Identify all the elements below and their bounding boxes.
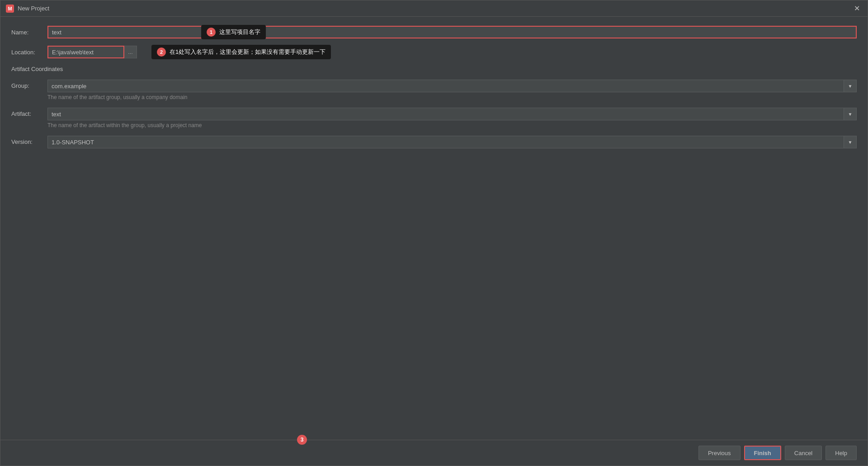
group-input[interactable] (47, 80, 844, 92)
artifact-row: Artifact: ▼ The name of the artifact wit… (11, 108, 857, 133)
help-button[interactable]: Help (826, 446, 857, 460)
badge-container: 3 (297, 435, 307, 445)
artifact-field-wrapper: ▼ The name of the artifact within the gr… (47, 108, 857, 133)
artifact-dropdown-button[interactable]: ▼ (844, 108, 857, 120)
location-tooltip-text: 在1处写入名字后，这里会更新；如果没有需要手动更新一下 (170, 48, 326, 56)
section-header: Artifact Coordinates (11, 66, 857, 72)
version-row: Version: ▼ (11, 136, 857, 148)
dialog-title: New Project (18, 5, 49, 12)
dialog-content: Name: 1 这里写项目名字 Location: … 2 在1处写入名字后，这… (0, 17, 868, 440)
app-icon: M (6, 5, 14, 13)
location-tooltip: 2 在1处写入名字后，这里会更新；如果没有需要手动更新一下 (151, 45, 331, 59)
title-bar-left: M New Project (6, 5, 49, 13)
version-label: Version: (11, 136, 47, 145)
artifact-hint: The name of the artifact within the grou… (47, 122, 857, 128)
finish-button[interactable]: Finish (744, 446, 781, 460)
name-tooltip: 1 这里写项目名字 (201, 25, 266, 39)
location-label: Location: (11, 49, 47, 56)
group-field-wrapper: ▼ The name of the artifact group, usuall… (47, 80, 857, 105)
artifact-label: Artifact: (11, 108, 47, 117)
version-input-wrapper: ▼ (47, 136, 857, 148)
name-tooltip-text: 这里写项目名字 (219, 28, 260, 36)
location-row: Location: … 2 在1处写入名字后，这里会更新；如果没有需要手动更新一… (11, 46, 857, 58)
name-input[interactable] (47, 26, 857, 38)
artifact-section: Artifact Coordinates Group: ▼ The name o… (11, 66, 857, 148)
version-dropdown-button[interactable]: ▼ (844, 136, 857, 148)
artifact-input-wrapper: ▼ (47, 108, 857, 120)
title-bar: M New Project ✕ (0, 0, 868, 17)
location-input[interactable] (47, 46, 124, 58)
previous-button[interactable]: Previous (698, 446, 741, 460)
tooltip-number-1: 1 (207, 28, 216, 37)
name-row: Name: 1 这里写项目名字 (11, 26, 857, 38)
group-dropdown-button[interactable]: ▼ (844, 80, 857, 92)
version-input[interactable] (47, 136, 844, 148)
group-row: Group: ▼ The name of the artifact group,… (11, 80, 857, 105)
tooltip-number-2: 2 (157, 48, 166, 57)
cancel-button[interactable]: Cancel (785, 446, 822, 460)
new-project-dialog: M New Project ✕ Name: 1 这里写项目名字 Location… (0, 0, 868, 466)
artifact-input[interactable] (47, 108, 844, 120)
footer-badge: 3 (297, 435, 307, 445)
browse-button[interactable]: … (124, 46, 137, 58)
group-input-wrapper: ▼ (47, 80, 857, 92)
group-hint: The name of the artifact group, usually … (47, 94, 857, 100)
version-field-wrapper: ▼ (47, 136, 857, 148)
close-button[interactable]: ✕ (851, 3, 862, 14)
name-label: Name: (11, 29, 47, 36)
group-label: Group: (11, 80, 47, 89)
footer: 3 Previous Finish Cancel Help (0, 440, 868, 466)
